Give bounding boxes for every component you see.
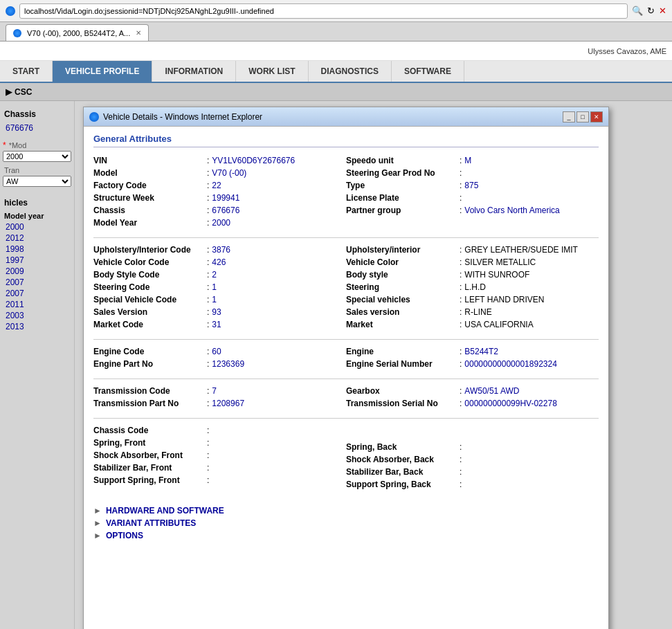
divider-2 [93, 339, 599, 340]
address-bar[interactable] [19, 3, 628, 19]
transmission-select[interactable]: AW [3, 176, 71, 187]
tab-information[interactable]: INFORMATION [152, 61, 236, 82]
year-2011[interactable]: 2011 [3, 299, 71, 310]
steering-value: L.H.D [464, 282, 486, 292]
body-style-code-label: Body Style Code [93, 270, 204, 280]
hardware-software-link[interactable]: ► HARDWARE AND SOFTWARE [93, 504, 599, 517]
steering-label: Steering [346, 282, 457, 292]
sales-version-right-label: Sales version [346, 307, 457, 317]
model-value: V70 (-00) [212, 168, 246, 178]
main-content: Vehicle Details - Windows Internet Explo… [75, 101, 672, 629]
tab-close-button[interactable]: ✕ [136, 29, 141, 37]
user-label: Ulysses Cavazos, AME [588, 47, 666, 55]
spring-back-label: Spring, Back [346, 442, 457, 452]
attrs-grid-4: Transmission Code : 7 Transmission Part … [93, 385, 599, 410]
vehicle-details-dialog: Vehicle Details - Windows Internet Explo… [83, 107, 609, 629]
attrs-grid-5: Chassis Code : Spring, Front : Shock Abs… [93, 424, 599, 491]
transmission-part-no-value: 1208967 [212, 399, 244, 408]
transmission-code-label: Transmission Code [93, 386, 204, 396]
dialog-controls: _ □ ✕ [563, 111, 603, 122]
market-value: USA CALIFORNIA [464, 320, 533, 329]
year-2003[interactable]: 2003 [3, 310, 71, 321]
spring-front-label: Spring, Front [93, 438, 204, 448]
attr-sales-version: Sales Version : 93 [93, 306, 346, 318]
tab-work-list[interactable]: WORK LIST [236, 61, 308, 82]
dialog-maximize-button[interactable]: □ [576, 111, 589, 122]
shock-absorber-back-label: Shock Absorber, Back [346, 455, 457, 464]
attr-gearbox: Gearbox : AW50/51 AWD [346, 385, 599, 397]
attr-vin: VIN : YV1LV60D6Y2676676 [93, 154, 346, 167]
year-2009[interactable]: 2009 [3, 266, 71, 277]
year-2007b[interactable]: 2007 [3, 288, 71, 299]
tab-start[interactable]: START [0, 61, 53, 82]
chassis-value[interactable]: 676676 [3, 122, 71, 134]
vehicles-title: hicles [3, 195, 71, 210]
sales-version-label: Sales Version [93, 307, 204, 317]
engine-code-label: Engine Code [93, 347, 204, 356]
transmission-label: Tran [3, 165, 71, 176]
attr-transmission-serial: Transmission Serial No : 000000000099HV-… [346, 397, 599, 410]
attr-structure-week: Structure Week : 199941 [93, 192, 346, 204]
support-spring-front-label: Support Spring, Front [93, 475, 204, 485]
speedo-unit-value: M [464, 156, 471, 165]
attr-spring-back: Spring, Back : [346, 441, 599, 453]
speedo-unit-label: Speedo unit [346, 156, 457, 165]
model-year-header: Model year [3, 210, 71, 221]
attr-support-spring-front: Support Spring, Front : [93, 474, 346, 486]
attrs-left-1: VIN : YV1LV60D6Y2676676 Model : V70 (-00… [93, 154, 346, 229]
dialog-title: Vehicle Details - Windows Internet Explo… [89, 112, 262, 122]
browser-tab[interactable]: V70 (-00), 2000, B5244T2, A... ✕ [6, 24, 149, 41]
steering-code-label: Steering Code [93, 282, 204, 292]
options-link[interactable]: ► OPTIONS [93, 529, 599, 542]
chassis-section: Chassis 676676 [3, 107, 71, 134]
special-vehicles-value: LEFT HAND DRIVEN [464, 295, 544, 304]
search-icon[interactable]: 🔍 [632, 6, 643, 16]
attrs-grid-1: VIN : YV1LV60D6Y2676676 Model : V70 (-00… [93, 154, 599, 229]
tab-software[interactable]: SOFTWARE [392, 61, 464, 82]
model-year-value: 2000 [212, 218, 230, 228]
attr-shock-absorber-front: Shock Absorber, Front : [93, 449, 346, 462]
model-select[interactable]: 2000 [3, 151, 71, 162]
year-1998[interactable]: 1998 [3, 244, 71, 255]
dialog-close-button[interactable]: ✕ [590, 111, 603, 122]
attrs-grid-3: Engine Code : 60 Engine Part No : 123636… [93, 345, 599, 370]
dialog-minimize-button[interactable]: _ [563, 111, 575, 122]
special-vehicles-label: Special vehicles [346, 295, 457, 304]
steering-gear-label: Steering Gear Prod No [346, 168, 457, 178]
attr-upholstery-code: Upholstery/Interior Code : 3876 [93, 244, 346, 256]
factory-code-value: 22 [212, 181, 221, 190]
vin-label: VIN [93, 156, 204, 165]
year-2000[interactable]: 2000 [3, 221, 71, 233]
year-1997[interactable]: 1997 [3, 255, 71, 266]
general-attributes-header: General Attributes [93, 134, 599, 147]
year-2012[interactable]: 2012 [3, 233, 71, 244]
year-2013[interactable]: 2013 [3, 321, 71, 332]
engine-serial-value: 00000000000001892324 [464, 359, 556, 369]
attr-sales-version-right: Sales version : R-LINE [346, 306, 599, 318]
vehicle-color-code-value: 426 [212, 257, 226, 267]
tab-vehicle-profile[interactable]: VEHICLE PROFILE [53, 61, 152, 82]
transmission-code-value: 7 [212, 386, 217, 396]
partner-group-value: Volvo Cars North America [464, 206, 559, 215]
stop-icon[interactable]: ✕ [659, 6, 666, 16]
market-code-label: Market Code [93, 320, 204, 329]
attrs-left-4: Transmission Code : 7 Transmission Part … [93, 385, 346, 410]
attrs-right-5: Spring, Back : Shock Absorber, Back : St… [346, 424, 599, 491]
attr-engine-part-no: Engine Part No : 1236369 [93, 358, 346, 370]
attr-special-vehicle-code: Special Vehicle Code : 1 [93, 293, 346, 306]
year-2007a[interactable]: 2007 [3, 277, 71, 288]
partner-group-label: Partner group [346, 206, 457, 215]
asterisk: * [3, 140, 6, 150]
tab-diagnostics[interactable]: DIAGNOSTICS [309, 61, 392, 82]
attr-vehicle-color: Vehicle Color : SILVER METALLIC [346, 256, 599, 268]
sales-version-right-value: R-LINE [464, 307, 491, 317]
attr-steering-code: Steering Code : 1 [93, 281, 346, 293]
attr-body-style: Body style : WITH SUNROOF [346, 268, 599, 281]
attrs-left-3: Engine Code : 60 Engine Part No : 123636… [93, 345, 346, 370]
model-label: Model [93, 168, 204, 178]
variant-attributes-link[interactable]: ► VARIANT ATTRIBUTES [93, 517, 599, 529]
attr-engine: Engine : B5244T2 [346, 345, 599, 358]
sidebar: Chassis 676676 * *Mod 2000 Tran AW hicle… [0, 101, 75, 629]
refresh-icon[interactable]: ↻ [647, 6, 655, 16]
attrs-grid-2: Upholstery/Interior Code : 3876 Vehicle … [93, 244, 599, 331]
